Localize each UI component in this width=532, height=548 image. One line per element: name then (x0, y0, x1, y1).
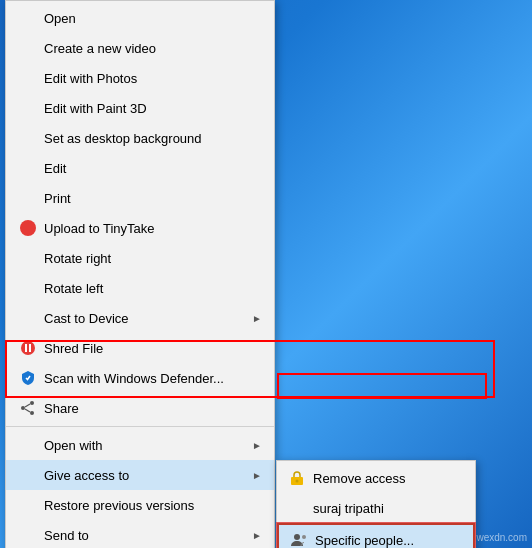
video-icon (18, 38, 38, 58)
svg-line-7 (25, 409, 30, 412)
menu-item-give-access[interactable]: Give access to ► (6, 460, 274, 490)
menu-label: Open (44, 11, 262, 26)
svg-point-11 (294, 534, 300, 540)
desktop: Open Create a new video Edit with Photos… (0, 0, 532, 548)
svg-point-5 (30, 411, 34, 415)
svg-rect-2 (29, 344, 31, 352)
svg-point-0 (21, 341, 35, 355)
menu-item-restore[interactable]: Restore previous versions (6, 490, 274, 520)
menu-item-defender[interactable]: Scan with Windows Defender... (6, 363, 274, 393)
svg-line-6 (25, 404, 30, 407)
menu-label: Print (44, 191, 262, 206)
menu-label: Rotate right (44, 251, 262, 266)
menu-item-open-with[interactable]: Open with ► (6, 430, 274, 460)
menu-label: Edit (44, 161, 262, 176)
submenu-arrow: ► (252, 440, 262, 451)
menu-label: Edit with Paint 3D (44, 101, 262, 116)
submenu-item-specific-people[interactable]: Specific people... (277, 523, 475, 548)
restore-icon (18, 495, 38, 515)
menu-item-send-to[interactable]: Send to ► (6, 520, 274, 548)
menu-item-share[interactable]: Share (6, 393, 274, 423)
watermark: wexdn.com (476, 532, 527, 543)
menu-label: Cast to Device (44, 311, 252, 326)
menu-label: Create a new video (44, 41, 262, 56)
give-access-wrapper: Give access to ► Remove access (6, 460, 274, 490)
menu-label: Send to (44, 528, 252, 543)
photos-icon (18, 68, 38, 88)
menu-label: Rotate left (44, 281, 262, 296)
menu-item-rotate-left[interactable]: Rotate left (6, 273, 274, 303)
send-to-icon (18, 525, 38, 545)
menu-item-rotate-right[interactable]: Rotate right (6, 243, 274, 273)
submenu-label: Remove access (313, 471, 405, 486)
submenu-arrow: ► (252, 470, 262, 481)
submenu-arrow: ► (252, 530, 262, 541)
desktop-icon (18, 128, 38, 148)
specific-people-highlight-box (277, 373, 487, 399)
menu-label: Edit with Photos (44, 71, 262, 86)
menu-item-create-video[interactable]: Create a new video (6, 33, 274, 63)
print-icon (18, 188, 38, 208)
menu-label: Open with (44, 438, 252, 453)
submenu-item-suraj[interactable]: suraj tripathi (277, 493, 475, 523)
give-access-submenu: Remove access suraj tripathi (276, 460, 476, 548)
menu-item-tinytake[interactable]: Upload to TinyTake (6, 213, 274, 243)
menu-item-edit[interactable]: Edit (6, 153, 274, 183)
menu-label: Shred File (44, 341, 262, 356)
menu-label: Upload to TinyTake (44, 221, 262, 236)
rotate-left-icon (18, 278, 38, 298)
lock-icon (287, 468, 307, 488)
edit-icon (18, 158, 38, 178)
tinytake-icon (18, 218, 38, 238)
menu-item-set-desktop[interactable]: Set as desktop background (6, 123, 274, 153)
menu-item-edit-photos[interactable]: Edit with Photos (6, 63, 274, 93)
shield-icon (18, 368, 38, 388)
open-icon (18, 8, 38, 28)
shred-icon (18, 338, 38, 358)
paint3d-icon (18, 98, 38, 118)
submenu-label: Specific people... (315, 533, 414, 548)
give-access-icon (18, 465, 38, 485)
menu-item-shred[interactable]: Shred File (6, 333, 274, 363)
rotate-right-icon (18, 248, 38, 268)
svg-point-10 (296, 480, 299, 483)
open-with-icon (18, 435, 38, 455)
svg-rect-1 (25, 344, 27, 352)
specific-people-icon (289, 530, 309, 548)
svg-point-12 (302, 535, 306, 539)
menu-label: Restore previous versions (44, 498, 262, 513)
submenu-arrow: ► (252, 313, 262, 324)
separator-1 (6, 426, 274, 427)
submenu-label: suraj tripathi (313, 501, 384, 516)
context-menu: Open Create a new video Edit with Photos… (5, 0, 275, 548)
menu-item-open[interactable]: Open (6, 3, 274, 33)
svg-point-3 (30, 401, 34, 405)
menu-item-cast[interactable]: Cast to Device ► (6, 303, 274, 333)
submenu-item-remove-access[interactable]: Remove access (277, 463, 475, 493)
menu-label: Set as desktop background (44, 131, 262, 146)
menu-item-edit-paint3d[interactable]: Edit with Paint 3D (6, 93, 274, 123)
user-icon (287, 498, 307, 518)
menu-label: Scan with Windows Defender... (44, 371, 262, 386)
menu-item-print[interactable]: Print (6, 183, 274, 213)
svg-point-4 (21, 406, 25, 410)
share-icon (18, 398, 38, 418)
menu-label: Share (44, 401, 262, 416)
menu-label: Give access to (44, 468, 252, 483)
cast-icon (18, 308, 38, 328)
